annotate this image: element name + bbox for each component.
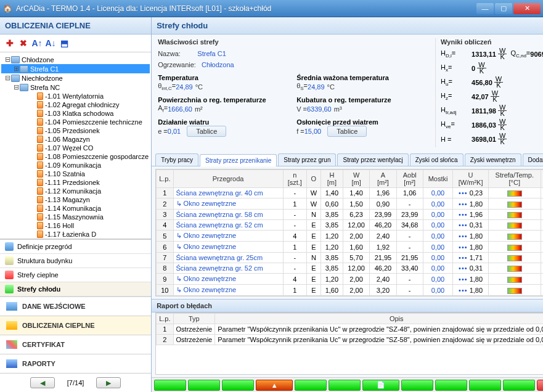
font-increase-icon[interactable]: A↑: [31, 37, 43, 49]
error-report[interactable]: L.p.TypOpis1OstrzeżenieParametr "Współcz…: [155, 312, 543, 375]
grid-header[interactable]: A [m²]: [370, 170, 396, 188]
report-row[interactable]: 1OstrzeżenieParametr "Współczynnik przen…: [157, 324, 543, 335]
tree-leaf[interactable]: -1.13 Magazyn: [1, 195, 150, 204]
tree-leaf[interactable]: -1.01 Wentylatornia: [1, 92, 150, 100]
calc-tab[interactable]: Tryby pracy: [155, 153, 198, 166]
grid-row[interactable]: 8Ściana zewnętrzna gr. 52 cm-E3,8512,004…: [157, 263, 543, 274]
grid-header[interactable]: Hx [W/K]: [541, 170, 543, 188]
name-value[interactable]: Strefa C1: [197, 50, 226, 57]
add-icon[interactable]: ✚: [4, 37, 16, 49]
calc-tab[interactable]: Zyski od słońca: [410, 153, 463, 166]
action-icon[interactable]: ⬒: [58, 37, 70, 49]
area-value[interactable]: 1666,60: [168, 105, 192, 113]
close-button[interactable]: Zamknij: [537, 380, 543, 391]
tree-node-strefa-nc[interactable]: ⊟Strefa NC: [1, 83, 150, 92]
status-cell[interactable]: [469, 380, 501, 391]
grid-row[interactable]: 1Ściana zewnętrzna gr. 40 cm-W1,401,401,…: [157, 188, 543, 198]
grid-header[interactable]: O: [306, 170, 320, 188]
grid-header[interactable]: Mostki: [423, 170, 452, 188]
font-decrease-icon[interactable]: A↓: [44, 37, 57, 49]
grid-row[interactable]: 10↳ Okno zewnętrzne1E1,602,003,20-0,00••…: [157, 285, 543, 296]
grid-header[interactable]: L.p.: [157, 170, 173, 188]
grid-header[interactable]: H [m]: [320, 170, 343, 188]
nav-tab[interactable]: DANE WEJŚCIOWE: [0, 296, 151, 316]
pager-prev-button[interactable]: ◀: [30, 377, 55, 388]
pager-next-button[interactable]: ▶: [96, 377, 121, 388]
calc-tab[interactable]: Dodatki: [523, 153, 543, 166]
calc-tab[interactable]: Straty przez wentylacj: [337, 153, 408, 166]
tree-leaf[interactable]: -1.10 Szatnia: [1, 169, 150, 178]
status-cell[interactable]: [295, 380, 327, 391]
grid-header[interactable]: Strefa/Temp. [°C]: [488, 170, 541, 188]
grid-row[interactable]: 7Ściana wewnętrzna gr. 25cm-N3,855,7021,…: [157, 253, 543, 263]
heating-value[interactable]: Chłodzona: [202, 61, 234, 68]
calc-tab[interactable]: Straty przez przenikanie: [200, 154, 277, 166]
close-window-button[interactable]: ✕: [513, 3, 541, 14]
status-cell[interactable]: [435, 380, 467, 391]
tree-leaf[interactable]: -1.06 Magazyn: [1, 135, 150, 144]
side-tab[interactable]: Struktura budynku: [0, 254, 151, 268]
tree-leaf[interactable]: -1.07 Węzeł CO: [1, 144, 150, 152]
status-info-icon[interactable]: 📄: [362, 380, 399, 391]
grid-row[interactable]: 6↳ Okno zewnętrzne1E1,201,601,92-0,00•••…: [157, 242, 543, 253]
report-row[interactable]: 2OstrzeżenieParametr "Współczynnik przen…: [157, 335, 543, 345]
grid-header[interactable]: Aobl [m²]: [396, 170, 423, 188]
status-cell[interactable]: [188, 380, 220, 391]
grid-header[interactable]: n [szt.]: [283, 170, 306, 188]
delete-icon[interactable]: ✖: [17, 37, 30, 49]
wind-e-value[interactable]: 0,01: [168, 128, 181, 135]
tree-leaf[interactable]: -1.12 Komunikacja: [1, 187, 150, 195]
grid-row[interactable]: 5↳ Okno zewnętrzne4E1,202,002,40-0,00•••…: [157, 231, 543, 242]
tree-leaf[interactable]: -1.15 Maszynownia: [1, 213, 150, 221]
side-tab[interactable]: Strefy chłodu: [0, 282, 151, 296]
grid-row[interactable]: 2↳ Okno zewnętrzne1W0,601,500,90-0,00•••…: [157, 198, 543, 210]
heating-label: Ogrzewanie:: [158, 61, 196, 68]
calc-tab[interactable]: Zyski wewnętrzn: [465, 153, 521, 166]
tree-leaf[interactable]: -1.05 Przedsionek: [1, 126, 150, 135]
status-warning-icon[interactable]: ▲: [256, 380, 293, 391]
status-cell[interactable]: [401, 380, 433, 391]
grid-header[interactable]: Przegroda: [173, 170, 283, 188]
tree-leaf[interactable]: -1.09 Komunikacja: [1, 161, 150, 169]
minimize-button[interactable]: —: [476, 3, 494, 14]
side-tab[interactable]: Strefy cieplne: [0, 268, 151, 282]
grid-header[interactable]: W [m]: [343, 170, 369, 188]
expander-icon[interactable]: ⊟: [12, 83, 20, 91]
room-icon: [37, 127, 43, 134]
grid-header[interactable]: U [W/m²K]: [453, 170, 489, 188]
partition-grid[interactable]: L.p.Przegrodan [szt.]OH [m]W [m]A [m²]Ao…: [155, 169, 543, 296]
nav-tab[interactable]: RAPORTY: [0, 354, 151, 373]
shield-f-value[interactable]: 15,00: [304, 128, 322, 135]
theta-int-value[interactable]: 24,89: [176, 83, 193, 91]
tree-leaf[interactable]: -1.03 Klatka schodowa: [1, 109, 150, 118]
volume-value[interactable]: 6339,60: [307, 105, 332, 113]
tree-leaf[interactable]: -1.17 Łazienka D: [1, 230, 150, 239]
expander-icon[interactable]: ⊟: [4, 74, 11, 82]
tree-leaf[interactable]: -1.11 Przedsionek: [1, 178, 150, 187]
tablice-f-button[interactable]: Tablice: [327, 126, 367, 137]
status-cell[interactable]: [222, 380, 254, 391]
calc-tab[interactable]: Straty przez grun: [278, 153, 336, 166]
grid-row[interactable]: 3Ściana zewnętrzna gr. 58 cm-N3,856,2323…: [157, 210, 543, 220]
expander-icon[interactable]: ⊞: [12, 65, 20, 73]
status-cell[interactable]: [503, 380, 535, 391]
zone-tree[interactable]: ⊟Chłodzone⊞Strefa C1⊟Niechłodzone⊟Strefa…: [0, 52, 151, 239]
tree-node-niechlodzone[interactable]: ⊟Niechłodzone: [1, 73, 150, 83]
tree-leaf[interactable]: -1.08 Pomieszczenie gospodarcze: [1, 152, 150, 161]
grid-row[interactable]: 4Ściana zewnętrzna gr. 52 cm-E3,8512,004…: [157, 220, 543, 231]
tree-leaf[interactable]: -1.14 Komunikacja: [1, 204, 150, 213]
grid-row[interactable]: 9↳ Okno zewnętrzne4E1,202,002,40-0,00•••…: [157, 274, 543, 285]
side-tab[interactable]: Definicje przegród: [0, 240, 151, 254]
status-cell[interactable]: [329, 380, 361, 391]
tablice-e-button[interactable]: Tablice: [187, 126, 226, 137]
nav-tab[interactable]: OBLICZENIA CIEPLNE: [0, 316, 151, 335]
tree-leaf[interactable]: -1.02 Agregat chłodniczy: [1, 100, 150, 109]
status-cell[interactable]: [154, 380, 186, 391]
tree-node-chlodzone[interactable]: ⊟Chłodzone: [1, 55, 150, 64]
tree-leaf[interactable]: -1.04 Pomieszczenie techniczne: [1, 118, 150, 126]
nav-tab[interactable]: CERTYFIKAT: [0, 335, 151, 354]
maximize-button[interactable]: ▢: [495, 3, 512, 14]
tree-leaf[interactable]: -1.16 Holl: [1, 221, 150, 230]
tree-node-strefa-c1[interactable]: ⊞Strefa C1: [1, 64, 150, 73]
expander-icon[interactable]: ⊟: [4, 55, 11, 63]
